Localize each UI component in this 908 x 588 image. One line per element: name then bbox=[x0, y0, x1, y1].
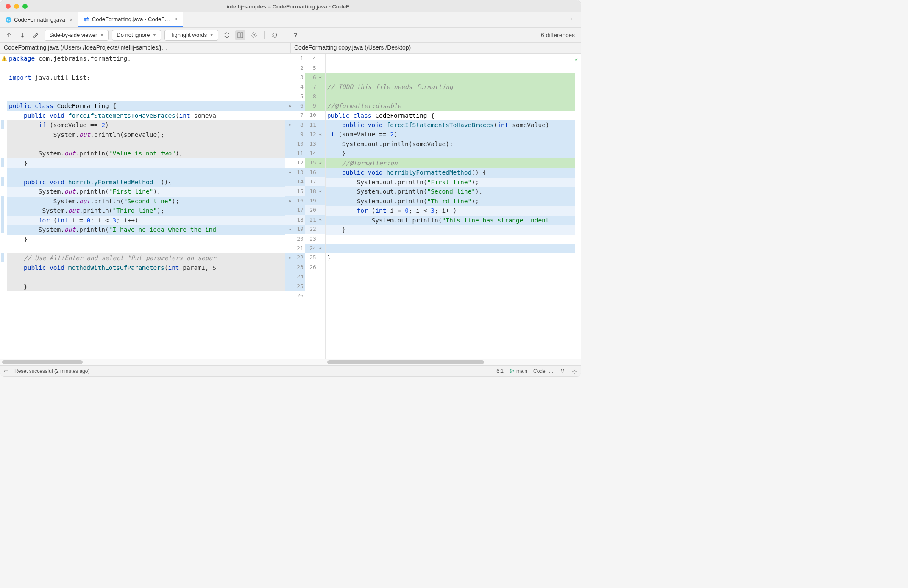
viewer-mode-select[interactable]: Side-by-side viewer ▼ bbox=[45, 30, 109, 41]
close-tab-icon[interactable]: × bbox=[173, 16, 178, 22]
status-message: Reset successful (2 minutes ago) bbox=[14, 368, 89, 374]
scroll-thumb[interactable] bbox=[2, 360, 83, 364]
line-number-gutter: 142536«4758»69710»811912«101311141215«»1… bbox=[285, 54, 326, 359]
window-controls bbox=[6, 4, 28, 9]
help-button[interactable]: ? bbox=[290, 30, 301, 40]
svg-point-3 bbox=[510, 369, 511, 370]
diff-toolbar: Side-by-side viewer ▼ Do not ignore ▼ Hi… bbox=[0, 28, 581, 43]
tabs-menu-icon[interactable]: ⋮ bbox=[565, 12, 577, 27]
diff-icon: ⇄ bbox=[84, 16, 89, 22]
window-title: intellij-samples – CodeFormatting.java -… bbox=[226, 3, 355, 10]
svg-rect-0 bbox=[238, 33, 240, 38]
minimize-window-button[interactable] bbox=[14, 4, 19, 9]
svg-point-4 bbox=[510, 372, 511, 373]
left-code[interactable]: package com.jetbrains.formatting;import … bbox=[7, 54, 285, 359]
highlight-label: Highlight words bbox=[169, 32, 207, 38]
right-code[interactable]: // TODO this file needs formatting//@for… bbox=[326, 54, 575, 359]
highlight-select[interactable]: Highlight words ▼ bbox=[164, 30, 218, 41]
git-branch[interactable]: main bbox=[510, 368, 527, 374]
right-pane[interactable]: // TODO this file needs formatting//@for… bbox=[326, 54, 581, 359]
chevron-down-icon: ▼ bbox=[100, 33, 104, 37]
tab-diff[interactable]: ⇄ CodeFormatting.java - CodeF… × bbox=[78, 12, 183, 27]
maximize-window-button[interactable] bbox=[22, 4, 28, 9]
tab-label: CodeFormatting.java - CodeF… bbox=[92, 16, 170, 22]
editor-tabs: C CodeFormatting.java × ⇄ CodeFormatting… bbox=[0, 12, 581, 28]
sync-scroll-button[interactable] bbox=[235, 30, 245, 40]
edit-source-button[interactable] bbox=[31, 30, 41, 40]
whitespace-label: Do not ignore bbox=[117, 32, 150, 38]
left-pane[interactable]: ⚠️ package com.jetbrains.formatting;impo… bbox=[0, 54, 285, 359]
background-tasks[interactable]: CodeF… bbox=[533, 368, 554, 374]
left-file-path: CodeFormatting.java (/Users/ /IdeaProjec… bbox=[0, 43, 290, 53]
diff-viewer: ⚠️ package com.jetbrains.formatting;impo… bbox=[0, 54, 581, 359]
viewer-mode-label: Side-by-side viewer bbox=[49, 32, 97, 38]
file-paths: CodeFormatting.java (/Users/ /IdeaProjec… bbox=[0, 43, 581, 54]
collapse-unchanged-button[interactable] bbox=[222, 30, 232, 40]
refresh-button[interactable] bbox=[270, 30, 280, 40]
scroll-thumb[interactable] bbox=[327, 360, 484, 364]
notifications-icon[interactable] bbox=[560, 368, 565, 374]
svg-point-5 bbox=[512, 370, 514, 371]
left-marker-strip: ⚠️ bbox=[0, 54, 7, 359]
close-window-button[interactable] bbox=[6, 4, 11, 9]
prev-diff-button[interactable] bbox=[4, 30, 14, 40]
inspection-ok-icon: ✓ bbox=[575, 55, 578, 64]
titlebar: intellij-samples – CodeFormatting.java -… bbox=[0, 0, 581, 12]
svg-point-6 bbox=[574, 370, 575, 372]
next-diff-button[interactable] bbox=[17, 30, 28, 40]
line-col-indicator[interactable]: 6:1 bbox=[496, 368, 504, 374]
close-tab-icon[interactable]: × bbox=[68, 17, 73, 23]
branch-icon bbox=[510, 369, 515, 374]
status-bar: ▭ Reset successful (2 minutes ago) 6:1 m… bbox=[0, 365, 581, 376]
left-hscroll[interactable] bbox=[0, 359, 285, 365]
chevron-down-icon: ▼ bbox=[152, 33, 156, 37]
ide-settings-icon[interactable] bbox=[571, 368, 577, 374]
tab-label: CodeFormatting.java bbox=[14, 17, 65, 23]
chevron-down-icon: ▼ bbox=[209, 33, 214, 37]
warning-icon: ⚠️ bbox=[1, 55, 7, 62]
diff-count-label: 6 differences bbox=[541, 32, 577, 39]
tab-codeformatting[interactable]: C CodeFormatting.java × bbox=[0, 12, 78, 27]
right-hscroll[interactable] bbox=[326, 359, 581, 365]
tool-window-button[interactable]: ▭ bbox=[4, 368, 8, 374]
whitespace-select[interactable]: Do not ignore ▼ bbox=[112, 30, 161, 41]
settings-button[interactable] bbox=[249, 30, 259, 40]
svg-rect-1 bbox=[241, 33, 243, 38]
right-file-path: CodeFormatting copy.java (/Users /Deskto… bbox=[290, 43, 581, 53]
java-class-icon: C bbox=[6, 17, 11, 23]
svg-point-2 bbox=[253, 34, 255, 36]
right-marker-strip: ✓ bbox=[575, 54, 581, 359]
